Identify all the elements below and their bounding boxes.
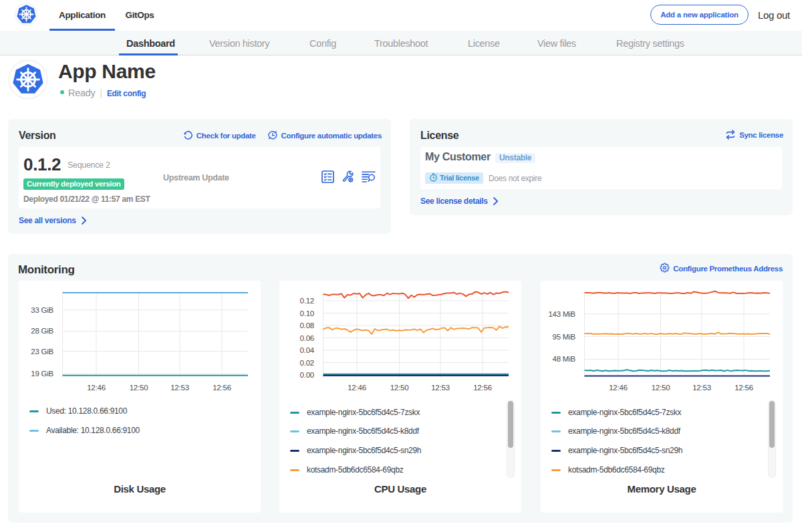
svg-text:12:46: 12:46 [87,384,106,392]
svg-text:143 MiB: 143 MiB [548,310,575,318]
svg-text:48 MiB: 48 MiB [553,355,576,363]
svg-text:23 GiB: 23 GiB [31,348,53,356]
svg-text:12:46: 12:46 [609,384,628,392]
svg-text:33 GiB: 33 GiB [31,306,53,314]
svg-text:0.06: 0.06 [300,334,314,342]
svg-text:0.12: 0.12 [300,297,314,305]
svg-text:12:56: 12:56 [473,384,492,392]
svg-text:12:56: 12:56 [734,384,753,392]
svg-text:28 GiB: 28 GiB [31,327,53,335]
svg-text:0.08: 0.08 [300,321,314,329]
svg-text:0.04: 0.04 [300,346,315,354]
svg-text:12:50: 12:50 [130,384,148,392]
svg-text:0.00: 0.00 [300,371,314,379]
svg-text:12:50: 12:50 [390,384,409,392]
svg-text:95 MiB: 95 MiB [553,333,576,341]
svg-text:0.10: 0.10 [300,309,314,317]
svg-text:12:56: 12:56 [213,384,231,392]
svg-text:12:53: 12:53 [431,384,450,392]
svg-text:12:53: 12:53 [692,384,711,392]
svg-text:19 GiB: 19 GiB [31,370,53,378]
svg-text:12:53: 12:53 [170,384,189,392]
svg-text:12:46: 12:46 [348,384,366,392]
svg-text:0.02: 0.02 [300,359,314,367]
svg-text:12:50: 12:50 [652,384,670,392]
